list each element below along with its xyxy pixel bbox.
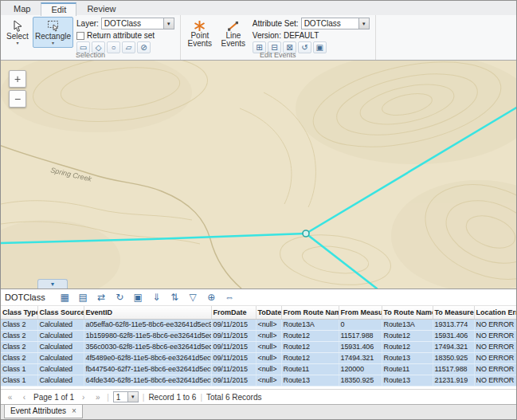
switch-selection-icon[interactable]: ⇄	[94, 290, 109, 304]
layer-dropdown[interactable]: DOTClass ▼	[101, 18, 174, 29]
select-button-label: Select	[6, 32, 29, 41]
save-icon[interactable]: ▣	[131, 290, 146, 304]
table-cell: <null>	[256, 364, 281, 375]
table-cell: <null>	[256, 375, 281, 387]
table-cell: 17494.321	[339, 353, 382, 364]
total-records: Total 6 Records	[206, 393, 261, 402]
column-header[interactable]: Class Source	[37, 306, 84, 320]
table-row[interactable]: Class 2Calculated356c0030-62f8-11e5-8bc6…	[1, 342, 517, 353]
selection-group: Select ▾ Rectangle ▾ Layer: DOTClass	[1, 15, 181, 60]
point-events-label: Point Events	[186, 32, 213, 48]
rectangle-button-label: Rectangle	[35, 32, 71, 41]
column-header[interactable]: FromDate	[211, 306, 256, 320]
attribute-set-dropdown[interactable]: DOTClass ▼	[301, 18, 370, 29]
table-cell: Calculated	[37, 375, 84, 387]
table-cell: NO ERROR	[474, 342, 517, 353]
select-cursor-icon	[10, 19, 25, 32]
dropdown-caret-icon: ▾	[16, 41, 18, 46]
tab-event-attributes[interactable]: Event Attributes ×	[4, 405, 83, 418]
caret-down-icon: ▼	[163, 18, 174, 29]
column-header[interactable]: Location Error	[474, 306, 517, 320]
table-cell: Route12	[281, 331, 339, 342]
table-cell: Route12	[382, 331, 433, 342]
table-cell: 09/11/2015	[211, 375, 256, 387]
version-label: Version:	[253, 31, 281, 40]
table-cell: 19313.774	[433, 320, 474, 331]
table-cell: <null>	[256, 320, 281, 331]
zoom-control: + −	[9, 70, 26, 108]
table-cell: Calculated	[37, 331, 84, 342]
table-cell: Calculated	[37, 353, 84, 364]
table-cell: 15931.406	[339, 342, 382, 353]
return-attribute-set-label: Return attribute set	[87, 31, 155, 40]
table-header-row: Class TypeClass SourceEventIDFromDateToD…	[1, 306, 517, 320]
column-header[interactable]: From Route Name	[281, 306, 339, 320]
map-canvas[interactable]: Spring Creek	[1, 61, 516, 289]
panel-toolbar: DOTClass ▦▤⇄↻▣⇓⇅▽⊕⇔	[1, 289, 516, 306]
table-cell: Class 2	[1, 320, 37, 331]
select-button[interactable]: Select ▾	[4, 17, 31, 48]
layer-label: Layer:	[76, 19, 99, 28]
table-row[interactable]: Class 2Calculated4f5489e0-62f8-11e5-8bc6…	[1, 353, 517, 364]
column-header[interactable]: From Measure	[339, 306, 382, 320]
table-cell: Route13A	[281, 320, 339, 331]
map-view[interactable]: Spring Creek + − ▼	[1, 61, 516, 289]
first-page-button[interactable]: «	[5, 392, 15, 402]
last-page-button[interactable]: »	[92, 392, 103, 402]
fit-columns-icon[interactable]: ⇔	[222, 290, 237, 304]
table-cell: a05effa0-62f8-11e5-8bc6-ee32641d5ec9	[84, 320, 211, 331]
attribute-set-label: Attribute Set:	[253, 19, 299, 28]
tab-event-attributes-label: Event Attributes	[10, 406, 66, 415]
table-cell: Class 2	[1, 353, 37, 364]
ribbon: Select ▾ Rectangle ▾ Layer: DOTClass	[1, 15, 516, 61]
table-cell: 09/11/2015	[211, 364, 256, 375]
point-events-button[interactable]: Point Events	[184, 17, 216, 49]
table-cell: 120000	[339, 364, 382, 375]
export-icon[interactable]: ⇓	[149, 290, 164, 304]
column-header[interactable]: To Measure	[433, 306, 474, 320]
table-cell: 21231.919	[433, 375, 474, 387]
rectangle-select-icon	[46, 19, 61, 32]
zoom-to-selection-icon[interactable]: ⊕	[204, 290, 219, 304]
close-tab-icon[interactable]: ×	[72, 407, 76, 415]
table-row[interactable]: Class 2Calculateda05effa0-62f8-11e5-8bc6…	[1, 320, 517, 331]
sort-icon[interactable]: ⇅	[167, 290, 182, 304]
table-cell: 17494.321	[433, 342, 474, 353]
table-cell: Route11	[382, 364, 433, 375]
table-cell: Route13	[281, 375, 339, 387]
table-cell: Route12	[281, 353, 339, 364]
column-header[interactable]: ToDate	[256, 306, 281, 320]
zoom-out-button[interactable]: −	[9, 90, 26, 108]
refresh-icon[interactable]: ↻	[112, 290, 127, 304]
column-header[interactable]: Class Type	[1, 306, 37, 320]
ribbon-spacer	[376, 15, 516, 60]
table-cell: Route12	[382, 342, 433, 353]
table-row[interactable]: Class 2Calculated1b159980-62f8-11e5-8bc6…	[1, 331, 517, 342]
return-attribute-set-checkbox[interactable]	[76, 32, 84, 40]
table-cell: fb447540-62f7-11e5-8bc6-ee32641d5ec9	[84, 364, 211, 375]
filter-icon[interactable]: ▽	[186, 290, 201, 304]
rectangle-select-button[interactable]: Rectangle ▾	[33, 17, 73, 48]
event-attributes-panel: DOTClass ▦▤⇄↻▣⇓⇅▽⊕⇔ Class TypeClass Sour…	[1, 289, 516, 404]
table-row[interactable]: Class 1Calculated64fde340-62f8-11e5-8bc6…	[1, 375, 517, 387]
prev-page-button[interactable]: ‹	[19, 392, 29, 402]
table-cell: 4f5489e0-62f8-11e5-8bc6-ee32641d5ec9	[84, 353, 211, 364]
collapse-panel-button[interactable]: ▼	[37, 279, 68, 289]
page-select[interactable]: 1 ▼	[113, 391, 139, 402]
tab-review[interactable]: Review	[76, 2, 126, 15]
table-view-icon[interactable]: ▦	[57, 290, 72, 304]
table-cell: 11517.988	[433, 364, 474, 375]
zoom-in-button[interactable]: +	[9, 70, 26, 88]
tab-map[interactable]: Map	[3, 2, 41, 15]
edit-events-group: Point Events Line Events Attribute Set: …	[181, 15, 376, 60]
tab-edit[interactable]: Edit	[41, 2, 76, 16]
line-events-button[interactable]: Line Events	[217, 17, 249, 49]
column-header[interactable]: To Route Name	[382, 306, 433, 320]
table-row[interactable]: Class 1Calculatedfb447540-62f7-11e5-8bc6…	[1, 364, 517, 375]
column-header[interactable]: EventID	[84, 306, 211, 320]
form-view-icon[interactable]: ▤	[76, 290, 91, 304]
table-cell: 64fde340-62f8-11e5-8bc6-ee32641d5ec9	[84, 375, 211, 387]
selected-vertex[interactable]	[303, 230, 309, 237]
line-events-label: Line Events	[220, 32, 247, 48]
next-page-button[interactable]: ›	[78, 392, 88, 402]
